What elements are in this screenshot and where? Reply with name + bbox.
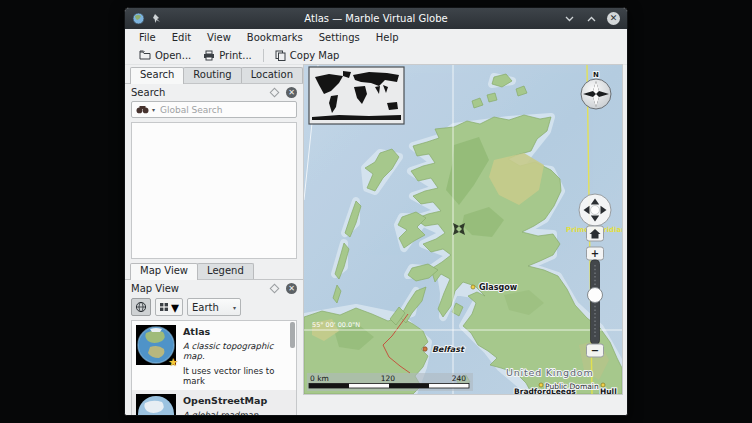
global-search-input[interactable] (158, 104, 292, 116)
country-label: United Kingdom (506, 367, 593, 378)
theme-title: Atlas (183, 326, 286, 337)
openstreetmap-thumbnail (136, 394, 176, 416)
tab-routing[interactable]: Routing (183, 67, 241, 84)
favorite-star-icon[interactable]: ★ (168, 356, 178, 369)
zoom-out-label: − (591, 345, 599, 356)
tab-map-view[interactable]: Map View (130, 263, 198, 280)
mapview-dock-header: Map View ✕ (125, 280, 303, 296)
toolbar: Open... Print... Copy Map (125, 46, 627, 65)
theme-title: OpenStreetMap (183, 395, 286, 406)
app-window: Atlas — Marble Virtual Globe ✕ File Edit… (124, 7, 628, 416)
celestial-body-select[interactable]: Earth ▾ (187, 298, 241, 316)
map-canvas[interactable]: 55° 00' 00.0"N Prime Meridian Glasgow Be… (304, 65, 622, 394)
menu-bookmarks[interactable]: Bookmarks (239, 31, 311, 44)
open-button[interactable]: Open... (133, 49, 197, 62)
zoom-in-label: + (591, 248, 599, 259)
search-mode-caret-icon[interactable]: ▾ (152, 106, 155, 113)
mapview-toolbar: ▾ Earth ▾ (125, 296, 303, 318)
tab-legend[interactable]: Legend (197, 263, 254, 280)
scale-end: 240 (452, 374, 467, 383)
open-label: Open... (155, 50, 191, 61)
compass-north-label: N (593, 71, 599, 79)
navigation-pad[interactable] (579, 194, 611, 226)
glasgow-dot (471, 285, 475, 289)
zoom-in-button[interactable]: + (587, 247, 604, 260)
scale-zero: 0 km (310, 374, 329, 383)
float-dock-icon[interactable] (270, 283, 280, 293)
app-globe-icon (132, 12, 145, 25)
theme-description: A classic topographic map. (183, 341, 286, 361)
maximize-icon[interactable] (585, 12, 598, 25)
belfast-label: Belfast (432, 345, 465, 354)
global-search-box[interactable]: ▾ (131, 101, 297, 118)
tab-location[interactable]: Location (241, 67, 303, 84)
copy-map-button[interactable]: Copy Map (269, 49, 346, 62)
glasgow-label: Glasgow (479, 283, 518, 292)
menu-edit[interactable]: Edit (164, 31, 199, 44)
toolbar-separator (263, 49, 264, 62)
left-panel: Search Routing Location Search ✕ ▾ (125, 65, 303, 416)
license-label[interactable]: Public Domain (545, 382, 599, 391)
scale-mid: 120 (381, 374, 396, 383)
print-label: Print... (219, 50, 252, 61)
hull-label: Hull (600, 387, 617, 394)
theme-description: It uses vector lines to mark (183, 366, 286, 386)
menu-help[interactable]: Help (368, 31, 407, 44)
copy-icon (275, 50, 286, 61)
menu-file[interactable]: File (131, 31, 164, 44)
printer-icon (203, 50, 215, 61)
window-title: Atlas — Marble Virtual Globe (222, 13, 530, 24)
search-dock-title: Search (131, 87, 271, 98)
mapview-dock-title: Map View (131, 283, 271, 294)
list-view-icon (159, 302, 169, 312)
tab-search[interactable]: Search (130, 67, 184, 84)
search-results-list[interactable] (131, 122, 297, 259)
close-dock-icon[interactable]: ✕ (286, 87, 297, 98)
home-button[interactable] (587, 226, 604, 241)
mapview-tabbar: Map View Legend (125, 263, 303, 280)
globe-icon (135, 301, 147, 313)
close-dock-icon[interactable]: ✕ (286, 283, 297, 294)
float-dock-icon[interactable] (270, 87, 280, 97)
minimize-icon[interactable] (563, 12, 576, 25)
atlas-thumbnail: ★ (136, 325, 176, 365)
close-icon[interactable]: ✕ (607, 12, 620, 25)
scale-bar: 0 km 120 240 (307, 373, 473, 391)
theme-item-openstreetmap[interactable]: OpenStreetMap A global roadmap created b… (132, 390, 296, 416)
folder-icon (139, 50, 151, 60)
print-button[interactable]: Print... (197, 49, 258, 62)
belfast-dot (423, 347, 427, 351)
map-theme-list: ★ Atlas A classic topographic map. It us… (131, 320, 297, 416)
chevron-down-icon: ▾ (233, 304, 236, 311)
overview-map[interactable] (309, 67, 404, 124)
globe-projection-button[interactable] (131, 298, 151, 316)
menubar: File Edit View Bookmarks Settings Help (125, 29, 627, 46)
celestial-body-value: Earth (192, 302, 229, 313)
theme-list-scrollbar[interactable] (290, 322, 295, 416)
view-mode-button[interactable]: ▾ (155, 298, 183, 316)
search-tabbar: Search Routing Location (125, 67, 303, 84)
copy-map-label: Copy Map (290, 50, 340, 61)
menu-view[interactable]: View (199, 31, 239, 44)
pin-icon[interactable] (151, 13, 162, 24)
zoom-slider-handle[interactable] (588, 288, 603, 303)
zoom-out-button[interactable]: − (587, 344, 604, 357)
theme-description: A global roadmap created by the (183, 410, 286, 416)
search-dock-header: Search ✕ (125, 84, 303, 100)
latitude-label: 55° 00' 00.0"N (312, 321, 360, 329)
search-binoculars-icon (136, 105, 149, 114)
view-mode-caret-icon: ▾ (171, 298, 179, 317)
theme-item-atlas[interactable]: ★ Atlas A classic topographic map. It us… (132, 321, 296, 390)
titlebar[interactable]: Atlas — Marble Virtual Globe ✕ (125, 8, 627, 29)
menu-settings[interactable]: Settings (311, 31, 368, 44)
